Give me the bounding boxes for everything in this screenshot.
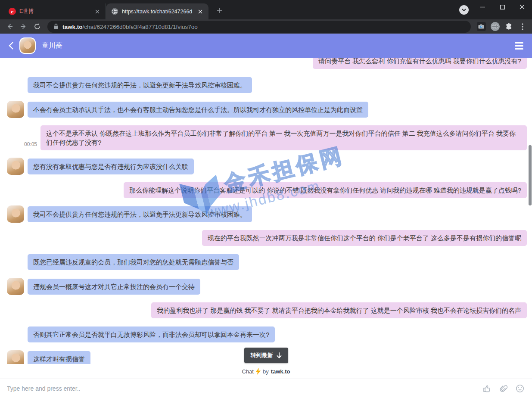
globe-favicon-icon <box>111 8 118 15</box>
tawkto-chat-page: 童川蔷 请问贵平台 我怎么套利 你们充值有什么优惠吗 我要你们什么优惠没有? 我… <box>0 34 532 398</box>
agent-avatar <box>7 205 24 223</box>
chat-message-row: 既您已经属违反规章的会员，那们我司对您的惩处就无需顾虑信誉与否 <box>7 253 527 271</box>
window-close-button[interactable] <box>512 0 532 14</box>
url-host: tawk.to <box>62 24 83 30</box>
agent-avatar <box>7 101 24 118</box>
message-bubble: 现在的平台我既然一次冲两万我是非常信任你们这个平台的 你们是个老平台了 这么多是… <box>202 230 527 246</box>
tab-tawkto[interactable]: https://tawk.to/chat/6247266d <box>106 3 208 19</box>
branding-chat-label: Chat <box>242 368 254 375</box>
chat-message-row: 违规会员一概废号这才对其它正常投注的会员有一个交待 <box>7 278 527 295</box>
agent-name: 童川蔷 <box>42 41 62 50</box>
browser-menu-icon[interactable] <box>516 21 529 33</box>
message-bubble: 请问贵平台 我怎么套利 你们充值有什么优惠吗 我要你们什么优惠没有? <box>313 58 527 69</box>
screenshot-extension-icon[interactable] <box>475 21 487 33</box>
message-bubble: 我司不会提供贵方任何您违规的手法，以避免更新手法导致风控审核困难。 <box>28 77 252 93</box>
agent-avatar <box>7 158 24 175</box>
message-bubble: 否则其它正常会员是否就平白无故博彩风险，而非法会员却可以拿回本金再来一次? <box>28 326 275 342</box>
browser-toolbar: tawk.to/chat/6247266d0bfe3f4a87710d81/1f… <box>0 19 532 34</box>
lightning-bolt-icon <box>256 368 261 375</box>
browser-tab-bar: e E世博 https://tawk.to/chat/6247266d <box>0 0 532 19</box>
chat-message-row: 现在的平台我既然一次冲两万我是非常信任你们这个平台的 你们是个老平台了 这么多是… <box>7 230 527 246</box>
chat-message-row: 我司不会提供贵方任何您违规的手法，以避免更新手法导致风控审核困难。 <box>7 76 527 93</box>
message-bubble: 您有没有拿取优惠与您是否有违规行为应该没什么关联 <box>28 159 194 174</box>
agent-avatar <box>7 278 24 295</box>
chat-message-row: 我的盈利我也讲了 那是赢的钱 我不要了 就请贵平台把我的本金给我就行了 这就是一… <box>7 302 527 318</box>
message-timestamp: 00:05 <box>24 141 37 150</box>
menu-hamburger-icon[interactable] <box>515 42 523 50</box>
message-bubble: 既您已经属违反规章的会员，那们我司对您的惩处就无需顾虑信誉与否 <box>28 254 239 270</box>
tab-title: E世博 <box>19 8 90 15</box>
message-bubble: 我的盈利我也讲了 那是赢的钱 我不要了 就请贵平台把我的本金给我就行了 这就是一… <box>151 302 527 318</box>
message-bubble: 违规会员一概废号这才对其它正常投注的会员有一个交待 <box>28 279 200 295</box>
message-list[interactable]: 请问贵平台 我怎么套利 你们充值有什么优惠吗 我要你们什么优惠没有? 我司不会提… <box>0 58 532 364</box>
agent-avatar <box>19 37 36 54</box>
back-chevron-icon[interactable] <box>9 42 13 50</box>
tab-esball[interactable]: e E世博 <box>3 3 106 19</box>
message-bubble: 那么你能理解这个说明你们平台客服还是可以的 你说的不错 既然我没有拿你们任何优惠… <box>124 182 527 198</box>
message-bubble: 不会有会员主动承认其手法，也不会有客服主动告知您您是什么手法。所以我司才有独立的… <box>28 102 368 118</box>
tab-search-chevron-button[interactable] <box>459 5 469 15</box>
lock-icon <box>53 23 59 30</box>
url-bar[interactable]: tawk.to/chat/6247266d0bfe3f4a87710d81/1f… <box>47 21 471 33</box>
chat-header: 童川蔷 <box>0 34 532 58</box>
jump-to-latest-label: 转到最新 <box>251 351 273 359</box>
branding-brand-link[interactable]: tawk.to <box>271 368 290 375</box>
tab-close-icon[interactable] <box>196 8 204 16</box>
chat-message-row: 不会有会员主动承认其手法，也不会有客服主动告知您您是什么手法。所以我司才有独立的… <box>7 101 527 118</box>
chat-message-row: 您有没有拿取优惠与您是否有违规行为应该没什么关联 <box>7 158 527 175</box>
new-tab-button[interactable] <box>215 5 225 16</box>
chat-message-row: 00:05 这个不是承不承认 你既然在这上班那么作为平台员工你们非常了解你们的平… <box>7 125 527 150</box>
window-minimize-button[interactable] <box>473 0 492 14</box>
message-bubble: 这样才叫有损信誉 <box>28 351 90 364</box>
chat-message-row: 那么你能理解这个说明你们平台客服还是可以的 你说的不错 既然我没有拿你们任何优惠… <box>7 182 527 198</box>
chat-message-row: 请问贵平台 我怎么套利 你们充值有什么优惠吗 我要你们什么优惠没有? <box>7 58 527 69</box>
url-path: /chat/6247266d0bfe3f4a87710d81/1fvius7oo <box>83 24 198 30</box>
message-input[interactable] <box>7 385 475 392</box>
tab-title: https://tawk.to/chat/6247266d <box>122 9 193 15</box>
message-bubble: 我司不会提供贵方任何您违规的手法，以避免手法更新导致风控审核困难。 <box>28 206 252 222</box>
arrow-down-icon <box>277 352 282 358</box>
emoji-smiley-icon[interactable] <box>516 384 524 393</box>
jump-to-latest-button[interactable]: 转到最新 <box>244 348 288 363</box>
window-maximize-button[interactable] <box>492 0 512 14</box>
globe-extension-icon[interactable] <box>489 21 501 33</box>
agent-avatar <box>7 350 24 364</box>
page-scrollbar-thumb[interactable] <box>529 145 532 205</box>
attachment-paperclip-icon[interactable] <box>499 384 508 393</box>
chat-message-row: 我司不会提供贵方任何您违规的手法，以避免手法更新导致风控审核困难。 <box>7 205 527 223</box>
composer <box>0 379 532 398</box>
reload-button[interactable] <box>31 21 43 33</box>
branding-by-label: by <box>263 368 269 375</box>
forward-button[interactable] <box>17 21 29 33</box>
chat-message-row: 否则其它正常会员是否就平白无故博彩风险，而非法会员却可以拿回本金再来一次? <box>7 326 527 343</box>
extensions-puzzle-icon[interactable] <box>503 21 515 33</box>
esball-favicon-icon: e <box>9 8 16 15</box>
tab-close-icon[interactable] <box>93 8 101 16</box>
thumbs-up-icon[interactable] <box>483 384 492 393</box>
back-button[interactable] <box>3 21 16 33</box>
tawkto-branding: Chat by tawk.to <box>0 364 532 379</box>
message-bubble: 这个不是承不承认 你既然在这上班那么作为平台员工你们非常了解你们的平台 第一 我… <box>40 125 527 150</box>
